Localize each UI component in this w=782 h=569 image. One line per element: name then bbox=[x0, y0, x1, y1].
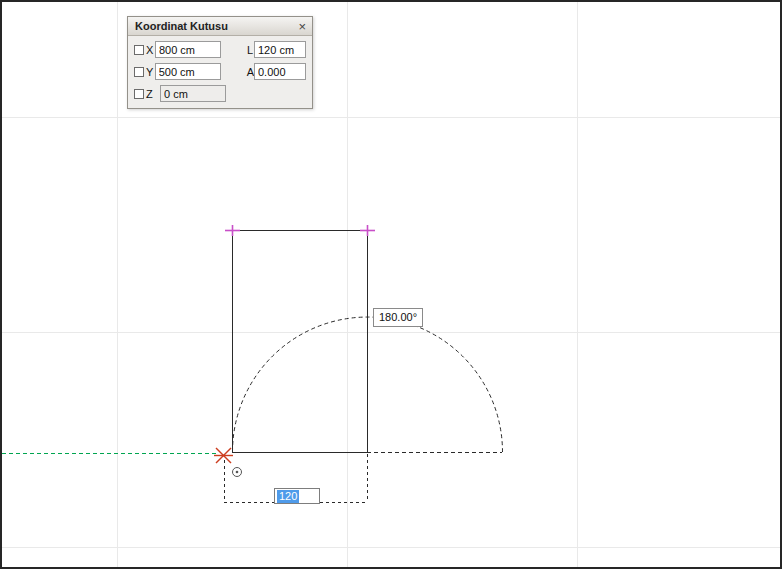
a-label: A bbox=[247, 66, 254, 78]
close-icon[interactable]: × bbox=[298, 20, 306, 33]
x-input[interactable] bbox=[155, 41, 221, 58]
dialog-body: X L Y A Z bbox=[128, 36, 312, 108]
dimension-value[interactable]: 120 bbox=[277, 490, 299, 503]
x-checkbox[interactable] bbox=[134, 45, 144, 55]
l-label: L bbox=[247, 44, 254, 56]
corner-marker-left bbox=[225, 225, 240, 236]
dialog-title: Koordinat Kutusu bbox=[135, 20, 228, 32]
dialog-titlebar[interactable]: Koordinat Kutusu × bbox=[128, 17, 312, 36]
dimension-input[interactable]: 120 bbox=[274, 488, 320, 504]
l-input[interactable] bbox=[254, 41, 306, 58]
corner-marker-right bbox=[360, 225, 375, 236]
coord-row-y: Y A bbox=[134, 63, 306, 80]
drawing-canvas[interactable] bbox=[2, 2, 782, 569]
coordinate-box-dialog: Koordinat Kutusu × X L Y A Z bbox=[127, 16, 313, 109]
z-label: Z bbox=[146, 88, 160, 100]
y-input[interactable] bbox=[155, 63, 221, 80]
angle-label: 180.00° bbox=[373, 308, 423, 327]
z-checkbox[interactable] bbox=[134, 89, 144, 99]
a-input[interactable] bbox=[254, 63, 306, 80]
drawn-rectangle bbox=[233, 231, 368, 453]
coord-row-z: Z bbox=[134, 85, 306, 102]
cad-window: 180.00° 120 Koordinat Kutusu × X L Y A bbox=[0, 0, 782, 569]
x-label: X bbox=[146, 44, 155, 56]
y-checkbox[interactable] bbox=[134, 67, 144, 77]
coord-row-x: X L bbox=[134, 41, 306, 58]
y-label: Y bbox=[146, 66, 155, 78]
snap-marker-icon bbox=[214, 448, 233, 463]
z-input[interactable] bbox=[160, 85, 226, 102]
cursor-indicator-icon bbox=[233, 468, 242, 477]
